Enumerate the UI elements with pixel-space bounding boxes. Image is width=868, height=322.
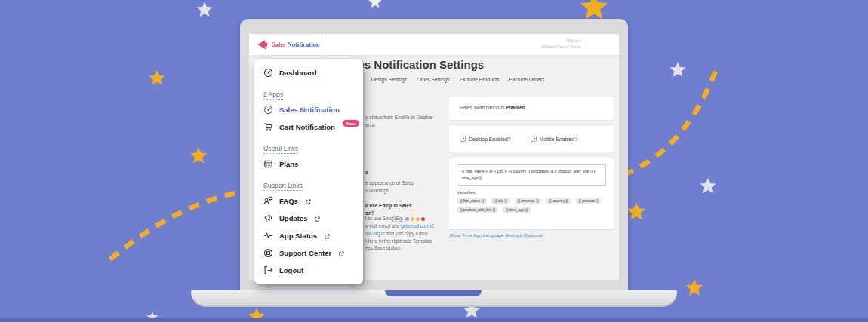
external-link-icon	[325, 234, 330, 239]
menu-item-updates[interactable]: Updates	[254, 210, 363, 227]
tab-other-settings[interactable]: Other Settings	[417, 77, 449, 82]
user-store: William Demo Store	[541, 44, 581, 50]
menu-section-2-apps: 2 Apps	[254, 81, 363, 101]
external-link-icon	[430, 224, 434, 228]
menu-item-faqs[interactable]: FAQs	[254, 192, 363, 210]
template-description: e appearance of Sales n wordings.	[365, 179, 414, 194]
plans-icon	[263, 159, 273, 169]
star-icon	[580, 0, 608, 19]
menu-item-logout[interactable]: Logout	[254, 262, 363, 279]
cart-icon	[263, 122, 273, 132]
status-card: Sales Notification is enabled.	[449, 97, 614, 120]
external-link-icon	[306, 199, 311, 204]
menu-item-support-center[interactable]: Support Center	[254, 244, 363, 262]
variable-chip[interactable]: {{ province }}	[515, 198, 542, 204]
variables-label: Variables:	[457, 190, 606, 195]
variable-chip[interactable]: {{ time_ago }}	[503, 207, 531, 213]
faq-icon	[263, 196, 273, 206]
emoji-help-text: t to use Emoji(Eg. e visit emoji site ge…	[365, 215, 434, 252]
new-badge: New	[343, 120, 359, 127]
template-card: {{ first_name }} in {{ city }}, {{ count…	[449, 158, 614, 229]
mobile-enabled-checkbox[interactable]: Mobile Enabled?	[531, 136, 578, 142]
menu-section-support-links: Support Links	[254, 173, 363, 192]
pulse-icon	[263, 231, 273, 241]
enable-checkbox-card: Desktop Enabled? Mobile Enabled?	[449, 126, 614, 152]
external-link-icon	[315, 216, 320, 222]
variable-chip[interactable]: {{ country }}	[546, 198, 571, 204]
tab-exclude-orders[interactable]: Exclude Orders	[509, 77, 545, 82]
star-icon	[190, 147, 208, 164]
user-info[interactable]: William William Demo Store	[541, 38, 581, 50]
star-icon	[149, 70, 165, 85]
tab-design-settings[interactable]: Design Settings	[371, 77, 408, 82]
star-icon	[197, 2, 213, 17]
app-logo[interactable]: Sales Notification	[249, 34, 322, 55]
app-header: Sales Notification William William Demo …	[249, 34, 619, 56]
emoji-examples	[405, 216, 426, 221]
star-icon	[627, 202, 646, 220]
template-section-header: e	[365, 169, 368, 176]
tab-exclude-products[interactable]: Exclude Products	[460, 77, 500, 82]
dashed-curve-right	[623, 65, 718, 175]
checkmark-icon	[531, 136, 536, 142]
variable-chip[interactable]: {{ product_with_link }}	[457, 207, 498, 213]
desktop-enabled-checkbox[interactable]: Desktop Enabled?	[460, 136, 511, 142]
dashed-curve-left	[110, 190, 252, 259]
star-icon	[700, 178, 716, 193]
variables-list: {{ first_name }}{{ city }}{{ province }}…	[457, 198, 606, 213]
nav-dropdown-menu: Dashboard2 AppsSales NotificationCart No…	[254, 59, 363, 284]
menu-item-app-status[interactable]: App Status	[254, 227, 363, 244]
user-name: William	[541, 38, 581, 44]
star-icon	[368, 0, 381, 8]
variable-chip[interactable]: {{ city }}	[491, 198, 510, 204]
menu-item-plans[interactable]: Plans	[254, 155, 363, 173]
emojipedia-link[interactable]: dia.org	[365, 231, 380, 236]
megaphone-logo-icon	[256, 39, 269, 50]
checkmark-icon	[460, 136, 465, 142]
speedometer-icon	[263, 68, 273, 78]
lifebuoy-icon	[263, 248, 273, 258]
bottom-strip	[0, 318, 868, 322]
variable-chip[interactable]: {{ first_name }}	[457, 198, 487, 204]
time-ago-settings-link[interactable]: Show Time Ago Language Settings (Optiona…	[449, 232, 543, 238]
dial-icon	[263, 105, 273, 115]
brand-name: Sales Notification	[272, 41, 320, 48]
laptop-base	[191, 290, 677, 307]
laptop-notch	[385, 290, 482, 296]
star-icon	[686, 279, 703, 296]
menu-item-cart-notification[interactable]: Cart NotificationNew	[254, 118, 363, 136]
star-icon	[670, 62, 686, 77]
getemoji-link[interactable]: getemoji.com	[401, 223, 429, 228]
external-link-icon	[339, 251, 344, 256]
menu-section-useful-links: Useful Links	[254, 136, 363, 155]
toggle-description: p status from Enable to Disable ersa	[365, 114, 432, 128]
status-state: enabled	[506, 105, 525, 110]
menu-item-sales-notification[interactable]: Sales Notification	[254, 101, 363, 118]
megaphone-icon	[263, 213, 273, 223]
menu-item-dashboard[interactable]: Dashboard	[254, 64, 363, 81]
variable-chip[interactable]: {{ product }}	[576, 198, 602, 204]
logout-icon	[263, 265, 273, 275]
scene: Sales Notification William William Demo …	[0, 0, 868, 322]
template-input[interactable]: {{ first_name }} in {{ city }}, {{ count…	[457, 164, 606, 186]
